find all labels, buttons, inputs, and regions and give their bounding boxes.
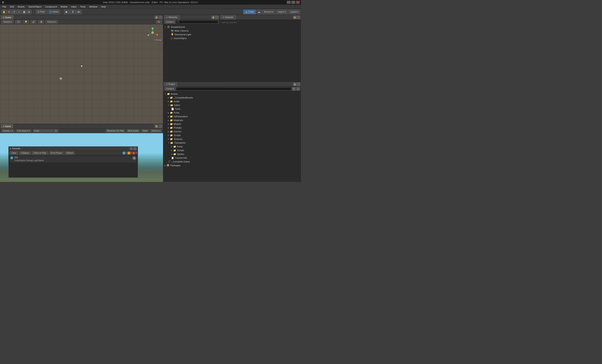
project-tab[interactable]: ≡ Project [164, 82, 177, 86]
project-scripts-item[interactable]: ▶ 📁 Scripts [163, 133, 301, 137]
menu-component[interactable]: Component [43, 5, 59, 9]
fx-button[interactable]: ✨ [38, 20, 44, 24]
scene-tab[interactable]: ≡ Scene [1, 15, 13, 20]
close-button[interactable]: ✕ [296, 1, 300, 4]
pause-button[interactable]: ⏸ [70, 10, 76, 14]
editor-button[interactable]: Editor ▾ [64, 151, 75, 155]
inspector-tab[interactable]: ≡ Inspector [221, 15, 236, 20]
menu-help[interactable]: Help [99, 5, 108, 9]
stats-button[interactable]: Stats [141, 129, 149, 133]
project-prefabs-item[interactable]: ▶ 📁 Prefabs [163, 126, 301, 130]
console-min-button[interactable]: ─ [130, 147, 133, 150]
scene-lock-button[interactable]: 🔒 [155, 16, 158, 19]
hierarchy-directional-light-item[interactable]: ▶ 💡 Directional Light [163, 33, 219, 36]
scale-tool-button[interactable]: ⤢ [17, 10, 21, 14]
scene-gizmo[interactable]: Y X Z [146, 27, 159, 39]
collab-button[interactable]: ☁ Collab [243, 10, 256, 14]
hierarchy-menu-button[interactable]: ⋮ [215, 16, 219, 19]
hand-tool-button[interactable]: ✋ [2, 10, 6, 14]
project-materials-item[interactable]: ▶ 📁 Materials [163, 118, 301, 122]
project-complete-game-item[interactable]: 🎵 _Complete-Game [163, 160, 301, 163]
project-create-button[interactable]: Create ▾ [164, 87, 175, 91]
camera-icon: 📷 [171, 30, 174, 32]
project-editor-item[interactable]: ▼ 📂 Editor [163, 103, 301, 107]
hierarchy-search-input[interactable] [176, 20, 218, 24]
search-all-button[interactable]: All [156, 20, 162, 24]
global-button[interactable]: 🌐 Global [47, 10, 60, 14]
move-tool-button[interactable]: ✛ [7, 10, 11, 14]
project-search-input[interactable] [176, 87, 291, 91]
play-button[interactable]: ▶ [64, 10, 70, 14]
menu-file[interactable]: File [1, 5, 8, 9]
2d-button[interactable]: 2D [15, 20, 22, 24]
scale-slider[interactable] [41, 130, 54, 131]
menu-gameobject[interactable]: GameObject [27, 5, 43, 9]
shading-mode-button[interactable]: Shaded ▾ [1, 20, 14, 24]
display-select[interactable]: Display 1 ▾ [1, 129, 14, 133]
minimize-button[interactable]: ─ [287, 1, 290, 4]
game-gizmos-button[interactable]: Gizmos ▾ [150, 129, 162, 133]
project-menu-button[interactable]: ⋮ [297, 83, 300, 86]
window-controls[interactable]: ─ □ ✕ [287, 1, 300, 4]
hierarchy-lock-button[interactable]: 🔒 [212, 16, 215, 19]
pivot-button[interactable]: ⊡ Pivot [36, 10, 46, 14]
rect-tool-button[interactable]: ▣ [22, 10, 26, 14]
game-lock-button[interactable]: 🔒 [155, 125, 158, 128]
project-textures-item[interactable]: ▶ 📁 Textures [163, 137, 301, 141]
hierarchy-create-button[interactable]: Create ▾ [164, 20, 175, 24]
project-packages-item[interactable]: ▶ 📦 Packages [163, 163, 301, 167]
mute-audio-button[interactable]: Mute Audio [127, 129, 140, 133]
menu-input[interactable]: Input [70, 5, 78, 9]
layout-button[interactable]: Layout ▾ [289, 10, 300, 14]
project-tutorialscripts-item[interactable]: ▶ 📁 Scripts [163, 149, 301, 152]
project-tools-item[interactable]: 📄 Tools [163, 107, 301, 111]
layers-button[interactable]: Layers ▾ [276, 10, 288, 14]
audio-button[interactable]: 🔊 [30, 20, 37, 24]
project-fonts-item[interactable]: ▶ 📁 Fonts [163, 111, 301, 115]
scale-control[interactable]: Scale 2x [33, 129, 59, 133]
project-tutorialsprites-item[interactable]: ▶ 📁 Sprites [163, 152, 301, 156]
scene-menu-button[interactable]: ⋮ [159, 16, 162, 19]
menu-assets[interactable]: Assets [16, 5, 26, 9]
project-assets-item[interactable]: ▼ 📁 Assets [163, 92, 301, 96]
hierarchy-scene-item[interactable]: ▼ 🎬 SampleScene [163, 25, 219, 29]
menu-tools[interactable]: Tools [78, 5, 87, 9]
project-lock-button[interactable]: 🔒 [293, 83, 296, 86]
hierarchy-main-camera-item[interactable]: ▶ 📷 Main Camera [163, 29, 219, 33]
project-scenes-item[interactable]: ▶ 📁 Scenes [163, 130, 301, 133]
project-audio-item[interactable]: ▶ 📁 Audio [163, 99, 301, 103]
project-tutorialfonts-item[interactable]: ▶ 📁 Fonts [163, 145, 301, 149]
cloud-button[interactable]: ☁ [257, 10, 261, 14]
project-models-item[interactable]: ▶ 📁 Models [163, 122, 301, 126]
project-tutorialinfo-script-item[interactable]: 📋 Tutorial Info [163, 156, 301, 160]
rotate-tool-button[interactable]: ↺ [12, 10, 16, 14]
clear-on-play-button[interactable]: Clear on Play [32, 151, 48, 155]
game-menu-button[interactable]: ⋮ [159, 125, 162, 128]
project-completedAssets-item[interactable]: ▶ 📁 _CompletedAssets [163, 96, 301, 99]
clear-button[interactable]: Clear [9, 151, 18, 155]
hierarchy-tab[interactable]: ≡ Hierarchy [164, 15, 180, 20]
lighting-button[interactable]: 💡 [23, 20, 29, 24]
project-filter-button[interactable]: ⊞ [292, 87, 296, 91]
menu-edit[interactable]: Edit [8, 5, 16, 9]
account-button[interactable]: Account ▾ [262, 10, 275, 14]
gizmos-button[interactable]: Gizmos ▾ [45, 20, 58, 24]
inspector-menu-button[interactable]: ⋮ [297, 16, 300, 19]
hierarchy-gameobject-item[interactable]: ▶ ⬡ GameObject [163, 36, 219, 40]
project-giparamaters-item[interactable]: ▶ 📁 GiParamaters [163, 115, 301, 118]
project-tutorialinfo-item[interactable]: ▼ 📂 TutorialInfo [163, 141, 301, 145]
error-pause-button[interactable]: Error Pause [49, 151, 64, 155]
aspect-select[interactable]: Free Aspect ▾ [16, 129, 31, 133]
maximize-on-play-button[interactable]: Maximize On Play [106, 129, 125, 133]
inspector-lock-button[interactable]: 🔒 [293, 16, 296, 19]
project-sort-button[interactable]: 🏷 [296, 87, 300, 91]
menu-mobile[interactable]: Mobile [59, 5, 69, 9]
menu-window[interactable]: Window [87, 5, 99, 9]
game-tab[interactable]: ≡ Game [1, 124, 13, 128]
console-log-row[interactable]: ℹ 233 UnityEngine.Debug:Log(Object) 1 [9, 156, 137, 163]
collapse-button[interactable]: Collapse [19, 151, 31, 155]
step-button[interactable]: ⏭ [76, 10, 82, 14]
console-max-button[interactable]: □ [134, 147, 137, 150]
maximize-button[interactable]: □ [291, 1, 295, 4]
transform-all-button[interactable]: ⊕ [27, 10, 31, 14]
